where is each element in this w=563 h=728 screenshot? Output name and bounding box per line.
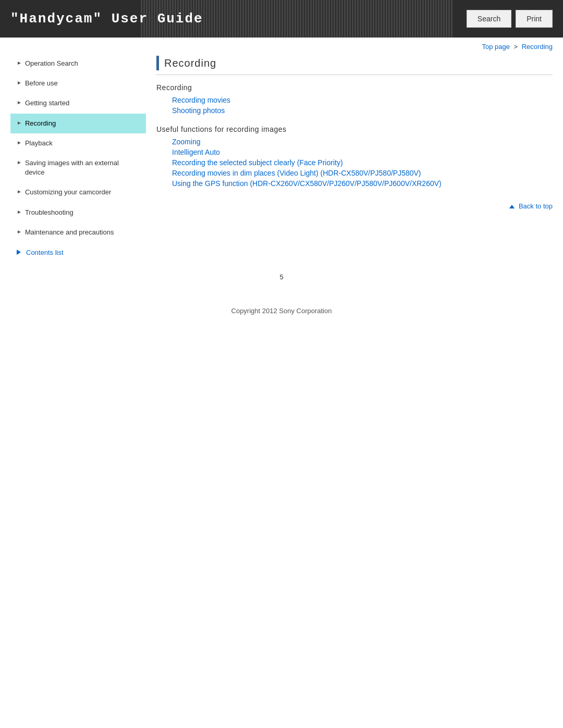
arrow-right-icon: [17, 250, 21, 255]
page-number: 5: [0, 263, 563, 291]
copyright-text: Copyright 2012 Sony Corporation: [231, 307, 332, 315]
app-title: "Handycam" User Guide: [10, 11, 203, 27]
sidebar-item-before-use[interactable]: ► Before use: [10, 73, 146, 93]
sidebar-label: Troubleshooting: [25, 208, 74, 217]
header: "Handycam" User Guide Search Print: [0, 0, 563, 38]
section1-heading: Recording: [156, 83, 553, 92]
section2-links: ZoomingIntelligent AutoRecording the sel…: [156, 138, 553, 188]
sidebar-item-saving-images[interactable]: ► Saving images with an external device: [10, 153, 146, 182]
page-title: Recording: [164, 57, 216, 69]
sidebar-arrow: ►: [17, 100, 22, 105]
page-title-bar: [156, 56, 159, 70]
sidebar-arrow: ►: [17, 229, 22, 235]
search-button[interactable]: Search: [467, 10, 511, 28]
sidebar-arrow: ►: [17, 140, 22, 145]
content-area: Recording Recording Recording moviesShoo…: [156, 54, 553, 263]
breadcrumb-top-link[interactable]: Top page: [482, 43, 510, 51]
contents-list-label: Contents list: [26, 249, 64, 256]
main-layout: ► Operation Search ► Before use ► Gettin…: [0, 54, 563, 263]
link-intelligent-auto[interactable]: Intelligent Auto: [172, 148, 220, 156]
breadcrumb-current: Recording: [522, 43, 553, 51]
link-gps-function[interactable]: Using the GPS function (HDR-CX260V/CX580…: [172, 179, 442, 188]
link-zooming[interactable]: Zooming: [172, 138, 200, 146]
link-video-light[interactable]: Recording movies in dim places (Video Li…: [172, 169, 421, 177]
sidebar-label: Saving images with an external device: [25, 158, 140, 177]
print-button[interactable]: Print: [516, 10, 553, 28]
section2-heading: Useful functions for recording images: [156, 125, 553, 133]
sidebar-item-getting-started[interactable]: ► Getting started: [10, 93, 146, 113]
sidebar-item-recording[interactable]: ► Recording: [10, 114, 146, 133]
sidebar-arrow: ►: [17, 209, 22, 215]
back-to-top-label: Back to top: [519, 202, 553, 210]
link-recording-movies[interactable]: Recording movies: [172, 96, 230, 104]
sidebar-label: Maintenance and precautions: [25, 228, 114, 237]
triangle-up-icon: [509, 205, 515, 208]
back-to-top[interactable]: Back to top: [156, 198, 553, 214]
footer: Copyright 2012 Sony Corporation: [0, 291, 563, 325]
sidebar-arrow: ►: [17, 80, 22, 85]
sidebar-item-troubleshooting[interactable]: ► Troubleshooting: [10, 203, 146, 223]
sidebar-label: Before use: [25, 79, 58, 88]
link-face-priority[interactable]: Recording the selected subject clearly (…: [172, 158, 343, 167]
sidebar-label: Customizing your camcorder: [25, 188, 111, 197]
sidebar-arrow: ►: [17, 120, 22, 126]
sidebar-item-customizing[interactable]: ► Customizing your camcorder: [10, 182, 146, 202]
sidebar-arrow: ►: [17, 60, 22, 66]
sidebar-arrow: ►: [17, 189, 22, 194]
breadcrumb-separator: >: [512, 43, 520, 51]
contents-list-link[interactable]: Contents list: [10, 242, 146, 263]
sidebar-label: Getting started: [25, 98, 69, 108]
page-title-container: Recording: [156, 56, 553, 75]
breadcrumb: Top page > Recording: [0, 38, 563, 54]
sidebar-label: Recording: [25, 119, 56, 128]
sidebar-label: Operation Search: [25, 59, 78, 68]
sidebar-arrow: ►: [17, 159, 22, 165]
sidebar-item-maintenance[interactable]: ► Maintenance and precautions: [10, 223, 146, 242]
sidebar-item-operation-search[interactable]: ► Operation Search: [10, 54, 146, 73]
sidebar-label: Playback: [25, 139, 53, 148]
link-shooting-photos[interactable]: Shooting photos: [172, 106, 225, 115]
section1-links: Recording moviesShooting photos: [156, 96, 553, 115]
header-buttons: Search Print: [467, 10, 553, 28]
sidebar-item-playback[interactable]: ► Playback: [10, 133, 146, 153]
sidebar: ► Operation Search ► Before use ► Gettin…: [10, 54, 146, 263]
